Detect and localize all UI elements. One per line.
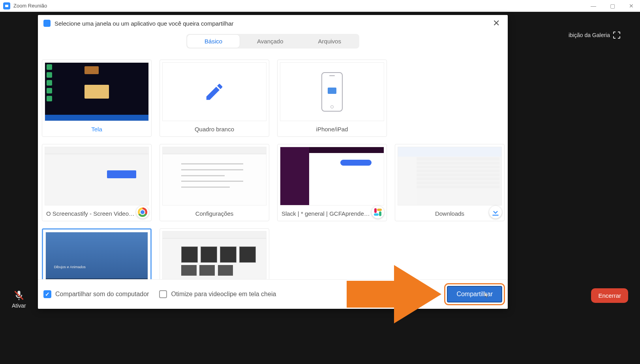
share-option-iphone[interactable]: iPhone/iPad <box>277 60 387 137</box>
share-screen-dialog: Selecione uma janela ou um aplicativo qu… <box>38 15 508 309</box>
checkbox-icon <box>159 290 167 298</box>
tab-group: Básico Avançado Arquivos <box>186 34 359 49</box>
share-option-downloads[interactable]: Downloads <box>395 144 505 221</box>
dialog-title: Selecione uma janela ou um aplicativo qu… <box>54 20 234 27</box>
share-grid: Tela Quadro branco iPhone/iPad <box>38 49 508 279</box>
tab-basic[interactable]: Básico <box>187 35 240 48</box>
fullscreen-icon <box>613 32 620 39</box>
checkbox-label: Compartilhar som do computador <box>55 291 149 298</box>
download-arrow-icon <box>489 206 502 218</box>
window-thumbnail <box>162 147 267 205</box>
tile-label: O Screencastify - Screen Video Re... <box>42 208 151 221</box>
tile-label: iPhone/iPad <box>278 123 387 136</box>
dialog-footer: Compartilhar som do computador Otimize p… <box>38 279 508 309</box>
share-option-slack[interactable]: Slack | * general | GCFAprendeLibre <box>277 144 387 221</box>
tile-label: Downloads <box>395 208 504 221</box>
microphone-muted-icon <box>13 290 24 301</box>
zoom-icon <box>43 20 51 27</box>
minimize-button[interactable]: — <box>589 3 597 9</box>
close-window-button[interactable]: ✕ <box>627 3 635 9</box>
close-dialog-button[interactable]: ✕ <box>490 18 502 28</box>
share-tabs: Básico Avançado Arquivos <box>38 34 508 49</box>
chrome-icon <box>136 206 149 218</box>
gallery-label: ibição da Galeria <box>569 32 610 38</box>
share-option-whiteboard[interactable]: Quadro branco <box>160 60 269 137</box>
tab-advanced[interactable]: Avançado <box>240 35 300 48</box>
activate-label: Ativar <box>12 302 26 309</box>
zoom-icon <box>3 2 10 9</box>
end-meeting-button[interactable]: Encerrar <box>591 288 628 303</box>
share-option-zoom-course[interactable]: Curso Zoom - Arquivos LeNovo -... <box>160 228 269 279</box>
tile-label: Quadro branco <box>160 123 269 136</box>
screen-thumbnail <box>45 62 149 121</box>
window-thumbnail <box>162 231 267 279</box>
whiteboard-thumbnail <box>162 62 267 121</box>
activate-audio-button[interactable]: Ativar <box>12 290 26 309</box>
checkbox-icon <box>43 290 51 298</box>
window-thumbnail <box>398 147 502 205</box>
dialog-header: Selecione uma janela ou um aplicativo qu… <box>38 15 508 32</box>
tile-label: Configurações <box>160 208 269 221</box>
window-thumbnail <box>45 147 149 205</box>
share-button[interactable]: Compartilhar <box>447 286 502 302</box>
share-option-screen[interactable]: Tela <box>42 60 152 137</box>
window-thumbnail <box>280 147 384 205</box>
optimize-video-checkbox[interactable]: Otimize para videoclipe em tela cheia <box>159 290 276 298</box>
window-controls: — ▢ ✕ <box>589 3 637 9</box>
tab-files[interactable]: Arquivos <box>301 35 358 48</box>
window-titlebar: Zoom Reunião — ▢ ✕ <box>0 0 640 12</box>
airplay-icon <box>328 88 336 94</box>
checkbox-label: Otimize para videoclipe em tela cheia <box>171 291 276 298</box>
share-option-settings[interactable]: Configurações <box>160 144 269 221</box>
window-title: Zoom Reunião <box>13 3 47 9</box>
slack-icon <box>372 206 384 218</box>
share-option-screencastify[interactable]: O Screencastify - Screen Video Re... <box>42 144 152 221</box>
pencil-icon <box>204 81 225 103</box>
gallery-view-button[interactable]: ibição da Galeria <box>569 32 620 39</box>
window-thumbnail: Dibujos и Animados <box>45 232 148 279</box>
maximize-button[interactable]: ▢ <box>608 3 616 9</box>
tile-label: Tela <box>42 123 151 136</box>
tile-label: Slack | * general | GCFAprendeLibre <box>278 208 387 221</box>
share-option-movies-tv[interactable]: Dibujos и Animados Filmes e TV <box>42 228 152 279</box>
share-audio-checkbox[interactable]: Compartilhar som do computador <box>43 290 149 298</box>
iphone-thumbnail <box>280 62 384 121</box>
cursor-icon <box>484 291 490 299</box>
